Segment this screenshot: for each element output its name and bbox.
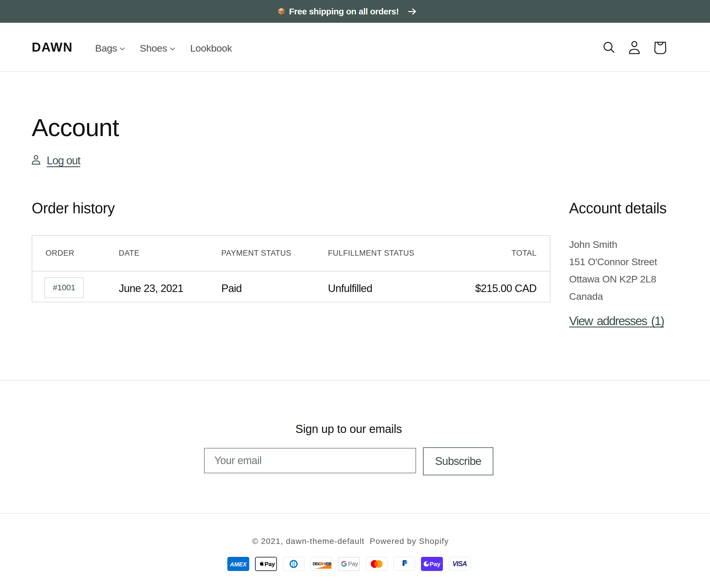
svg-text:DISC: DISC bbox=[313, 562, 321, 566]
svg-text:Pay: Pay bbox=[430, 561, 441, 567]
svg-text:Pay: Pay bbox=[348, 561, 358, 567]
svg-text:AMEX: AMEX bbox=[230, 561, 247, 567]
svg-text:Pay: Pay bbox=[264, 561, 275, 567]
svg-text:VER: VER bbox=[324, 562, 331, 566]
svg-text:VISA: VISA bbox=[452, 560, 467, 567]
